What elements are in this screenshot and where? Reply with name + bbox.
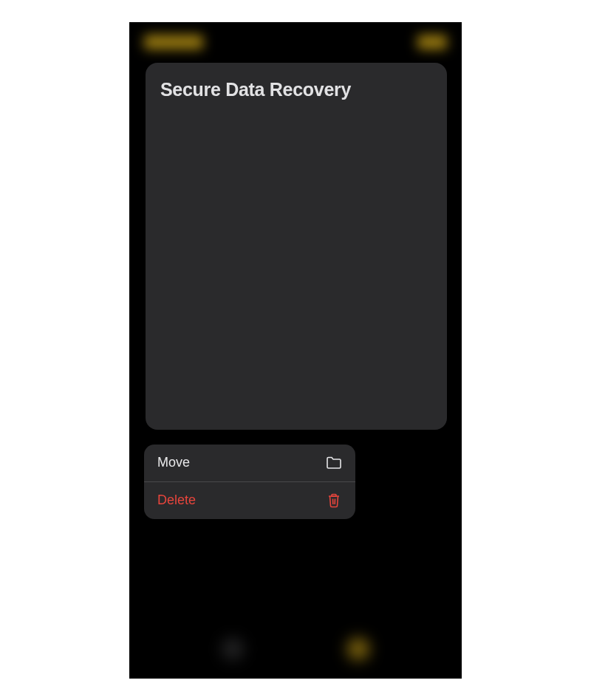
note-preview-card[interactable]: Secure Data Recovery bbox=[146, 63, 447, 430]
move-menu-item[interactable]: Move bbox=[144, 445, 355, 481]
trash-icon bbox=[326, 493, 342, 509]
blurred-footer-right bbox=[347, 638, 369, 660]
delete-label: Delete bbox=[157, 493, 196, 508]
blurred-header-background bbox=[129, 22, 462, 63]
phone-screen: Secure Data Recovery Move Delete bbox=[129, 22, 462, 679]
folder-icon bbox=[326, 455, 342, 471]
blurred-back-button bbox=[144, 35, 203, 49]
note-title: Secure Data Recovery bbox=[160, 79, 432, 100]
delete-menu-item[interactable]: Delete bbox=[144, 481, 355, 519]
blurred-footer-background bbox=[129, 620, 462, 679]
context-menu: Move Delete bbox=[144, 445, 355, 519]
blurred-footer-left bbox=[222, 638, 244, 660]
move-label: Move bbox=[157, 455, 190, 470]
blurred-edit-button bbox=[417, 35, 447, 49]
